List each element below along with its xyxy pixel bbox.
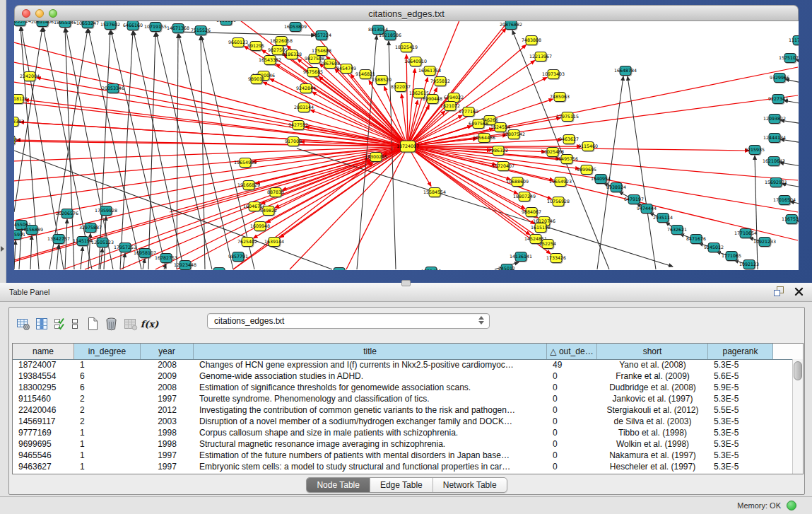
network-window-titlebar[interactable]: citations_edges.txt: [14, 5, 799, 21]
network-node[interactable]: 12923448: [174, 261, 196, 270]
table-row[interactable]: 946554611997Estimation of the future num…: [13, 450, 792, 461]
network-node[interactable]: 2935114: [653, 214, 673, 223]
network-node[interactable]: 12444134: [763, 134, 786, 143]
network-node[interactable]: 9329966: [770, 74, 789, 83]
network-node[interactable]: 1636141: [329, 268, 349, 271]
table-row[interactable]: 1872400712008Changes of HCN gene express…: [13, 359, 792, 370]
network-node[interactable]: 19218586: [379, 31, 401, 40]
network-node[interactable]: 245012: [498, 264, 515, 271]
network-node[interactable]: 10653247: [76, 21, 99, 28]
function-builder-icon[interactable]: f(x): [140, 315, 159, 333]
network-node[interactable]: 16648784: [614, 66, 637, 76]
network-node[interactable]: 8186328: [282, 50, 302, 59]
network-node[interactable]: 9474444: [637, 204, 657, 214]
tab-node-table[interactable]: Node Table: [307, 478, 370, 492]
column-header-name[interactable]: name: [13, 344, 74, 359]
network-node[interactable]: 19495756: [555, 155, 578, 164]
network-node[interactable]: 1117304: [789, 36, 799, 45]
network-node[interactable]: 9660123: [228, 38, 248, 47]
column-header-title[interactable]: title: [194, 344, 547, 359]
row-mode-icon[interactable]: [67, 315, 83, 333]
network-node[interactable]: 1092123: [739, 260, 759, 269]
network-canvas[interactable]: 1405572420691406189551461065324715276026…: [14, 21, 799, 270]
network-node[interactable]: 18807249: [513, 192, 536, 201]
network-node[interactable]: 32975887: [79, 223, 102, 233]
column-header-pagerank[interactable]: pagerank: [708, 344, 773, 359]
network-node[interactable]: 7632621: [667, 226, 687, 235]
network-node[interactable]: 17016504: [773, 196, 796, 205]
network-node[interactable]: 9675685: [303, 68, 323, 77]
network-node[interactable]: 12093822: [763, 115, 786, 124]
network-node[interactable]: 549822: [260, 206, 277, 216]
network-node[interactable]: 9777169: [459, 107, 478, 117]
network-node[interactable]: 8322037: [391, 83, 411, 92]
network-node[interactable]: 12975115: [556, 112, 579, 122]
vertical-scrollbar[interactable]: [792, 359, 803, 474]
network-node[interactable]: 16053809: [284, 23, 307, 32]
import-table-icon[interactable]: [121, 315, 140, 333]
tab-network-table[interactable]: Network Table: [433, 478, 507, 492]
column-header-in_degree[interactable]: in_degree: [74, 344, 141, 359]
table-row[interactable]: 911546021997Tourette syndrome. Phenomeno…: [13, 393, 792, 404]
network-node[interactable]: 20564486: [473, 134, 495, 143]
network-node[interactable]: 16958107: [134, 249, 156, 258]
network-node[interactable]: 1609948: [250, 222, 270, 231]
network-node[interactable]: 18325419: [395, 43, 418, 52]
network-node[interactable]: 9215935: [745, 146, 765, 155]
network-node[interactable]: 20053346: [102, 84, 124, 93]
network-node[interactable]: 9427552: [288, 121, 308, 130]
network-node[interactable]: 18955146: [54, 21, 76, 28]
network-node[interactable]: 16210643: [763, 157, 785, 166]
network-node[interactable]: 1588520: [372, 76, 392, 85]
close-panel-icon[interactable]: [794, 287, 804, 296]
network-node[interactable]: 8471676: [686, 235, 706, 244]
panel-expand-icon[interactable]: [1, 246, 4, 252]
float-panel-icon[interactable]: [774, 286, 784, 296]
network-node[interactable]: 1733426: [546, 254, 566, 263]
network-node[interactable]: 20691406: [31, 21, 54, 27]
network-node[interactable]: 15751074: [779, 54, 799, 63]
network-node[interactable]: 14136141: [510, 252, 532, 262]
network-node[interactable]: 12213383: [14, 117, 24, 127]
network-node[interactable]: 8454749: [336, 64, 356, 74]
select-rows-icon[interactable]: [52, 315, 67, 333]
table-selector[interactable]: citations_edges.txt: [207, 313, 490, 329]
network-node[interactable]: 15584554: [423, 188, 446, 197]
show-columns-icon[interactable]: [33, 315, 52, 333]
network-node[interactable]: 16543382: [259, 56, 281, 65]
memory-status-icon[interactable]: [787, 501, 796, 510]
network-node[interactable]: 19654985: [234, 158, 257, 168]
network-node[interactable]: 15692971: [765, 178, 787, 187]
network-node[interactable]: 9463627: [559, 135, 579, 144]
network-node[interactable]: 14671368: [167, 24, 189, 33]
network-node[interactable]: 1771065: [722, 252, 741, 261]
scrollbar-thumb[interactable]: [794, 361, 802, 380]
network-node[interactable]: 9115460: [578, 142, 598, 151]
network-node[interactable]: 1753426: [421, 267, 441, 271]
table-row[interactable]: 946362711997Embryonic stem cells: a mode…: [13, 461, 792, 472]
network-node[interactable]: 1093319: [216, 21, 236, 25]
network-node[interactable]: 15720407: [492, 162, 514, 171]
table-row[interactable]: 1938455462009Genome-wide association stu…: [13, 370, 792, 382]
network-node[interactable]: 18226058: [270, 37, 293, 46]
network-node[interactable]: 17359928: [95, 206, 117, 216]
network-node[interactable]: 14055724: [14, 21, 31, 26]
network-node[interactable]: 2718126: [14, 95, 28, 104]
network-node[interactable]: 2242004: [20, 72, 40, 81]
network-node[interactable]: 9245012: [704, 243, 724, 252]
network-node[interactable]: 16640910: [404, 57, 427, 66]
network-node[interactable]: 7857224: [312, 31, 331, 40]
table-row[interactable]: 1830029562008Estimation of significance …: [13, 382, 792, 393]
column-header-short[interactable]: short: [597, 344, 708, 359]
table-row[interactable]: 2242004622012Investigating the contribut…: [13, 404, 792, 416]
table-row[interactable]: 977716911998Corpus callosum shape and si…: [13, 427, 792, 438]
network-node[interactable]: 7485063: [550, 93, 570, 102]
network-node[interactable]: 18107554: [14, 136, 20, 145]
column-header-year[interactable]: year: [141, 344, 194, 359]
network-node[interactable]: 8938924: [606, 183, 626, 192]
network-node[interactable]: 9227342: [768, 95, 788, 104]
network-node[interactable]: 10025488: [541, 148, 564, 157]
network-node[interactable]: 1292344: [209, 268, 229, 271]
network-node[interactable]: 2803144: [294, 103, 314, 112]
network-node[interactable]: 6466160: [123, 21, 143, 30]
